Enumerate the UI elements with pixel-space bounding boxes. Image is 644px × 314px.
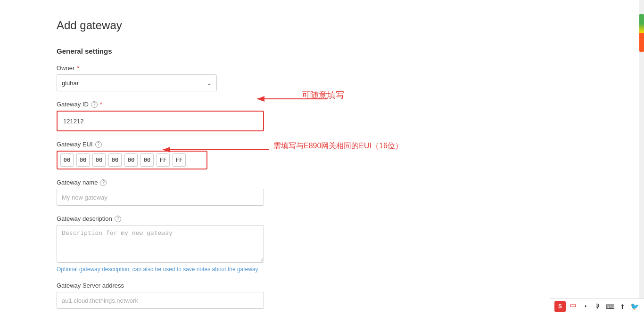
gateway-description-field: Gateway description ? Optional gateway d… [57, 215, 264, 273]
section-general-settings: General settings [57, 47, 616, 55]
microphone-icon[interactable]: 🎙 [593, 302, 603, 311]
scrollbar[interactable] [639, 0, 644, 314]
gateway-id-label: Gateway ID ? * [57, 101, 264, 108]
eui-segment-8[interactable] [173, 153, 186, 167]
gateway-eui-help-icon[interactable]: ? [95, 141, 102, 148]
owner-field: Owner * gluhar ⌄ [57, 64, 264, 91]
gateway-eui-input-wrapper[interactable] [57, 151, 207, 169]
gateway-eui-label: Gateway EUI ? [57, 141, 264, 148]
eui-segments [60, 153, 186, 167]
gateway-eui-field: Gateway EUI ? [57, 141, 264, 169]
owner-select[interactable]: gluhar [57, 74, 217, 91]
eui-segment-1[interactable] [60, 153, 74, 167]
scrollbar-thumb[interactable] [639, 14, 644, 52]
page-title: Add gateway [57, 19, 616, 32]
gateway-server-address-input[interactable] [57, 292, 264, 309]
gateway-description-label: Gateway description ? [57, 215, 264, 222]
gateway-id-help-icon[interactable]: ? [91, 101, 98, 108]
eui-segment-4[interactable] [108, 153, 122, 167]
arrow-1 [255, 92, 330, 106]
input-mode-icon[interactable]: • [581, 302, 590, 311]
upload-icon[interactable]: ⬆ [618, 302, 627, 311]
eui-segment-6[interactable] [140, 153, 154, 167]
annotation-text-2: 需填写与E890网关相同的EUI（16位） [273, 141, 403, 151]
sogou-logo: S [554, 301, 566, 312]
eui-segment-2[interactable] [76, 153, 90, 167]
gateway-server-address-field: Gateway Server address [57, 282, 264, 309]
gateway-description-textarea[interactable] [57, 225, 264, 263]
keyboard-icon[interactable]: ⌨ [605, 302, 615, 311]
eui-segment-7[interactable] [157, 153, 170, 167]
required-star-2: * [100, 101, 102, 108]
gateway-name-input[interactable] [57, 189, 264, 206]
gateway-id-field: Gateway ID ? * [57, 101, 264, 131]
gateway-server-address-label: Gateway Server address [57, 282, 264, 289]
owner-select-wrapper: gluhar ⌄ [57, 74, 217, 91]
required-star: * [77, 64, 79, 72]
taskbar: S 中 • 🎙 ⌨ ⬆ 🐦 [550, 298, 644, 314]
owner-label: Owner * [57, 64, 264, 72]
chinese-input-icon[interactable]: 中 [569, 302, 578, 311]
gateway-description-hint: Optional gateway description; can also b… [57, 266, 264, 273]
eui-segment-3[interactable] [92, 153, 106, 167]
gateway-name-label: Gateway name ? [57, 179, 264, 186]
gateway-name-field: Gateway name ? [57, 179, 264, 206]
annotation-text-1: 可随意填写 [302, 89, 344, 101]
gateway-id-input[interactable] [58, 113, 262, 129]
gateway-name-help-icon[interactable]: ? [100, 179, 107, 186]
gateway-description-help-icon[interactable]: ? [115, 216, 121, 222]
settings-icon[interactable]: 🐦 [630, 302, 639, 311]
gateway-id-input-wrapper [57, 111, 264, 131]
eui-segment-5[interactable] [124, 153, 138, 167]
